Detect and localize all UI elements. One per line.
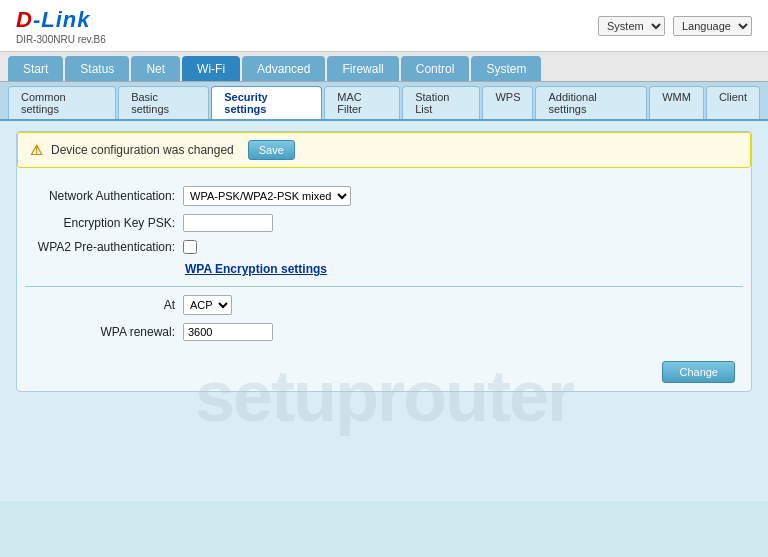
acp-select[interactable]: ACP [183, 295, 232, 315]
subtab-additional[interactable]: Additional settings [535, 86, 647, 119]
subtab-client[interactable]: Client [706, 86, 760, 119]
wpa-encryption-heading[interactable]: WPA Encryption settings [185, 262, 743, 276]
change-button[interactable]: Change [662, 361, 735, 383]
wpa-renewal-label: WPA renewal: [25, 325, 175, 339]
subtab-common[interactable]: Common settings [8, 86, 116, 119]
wpa2-preauth-label: WPA2 Pre-authentication: [25, 240, 175, 254]
tab-wifi[interactable]: Wi-Fi [182, 56, 240, 81]
logo-area: D-Link DIR-300NRU rev.B6 [16, 7, 106, 45]
model-name: DIR-300NRU rev.B6 [16, 34, 106, 45]
tab-advanced[interactable]: Advanced [242, 56, 325, 81]
wpa-renewal-input[interactable] [183, 323, 273, 341]
tab-system[interactable]: System [471, 56, 541, 81]
main-card: ⚠ Device configuration was changed Save … [16, 131, 752, 392]
tab-firewall[interactable]: Firewall [327, 56, 398, 81]
encryption-key-input[interactable] [183, 214, 273, 232]
header-controls: System Language [598, 16, 752, 36]
button-row: Change [17, 353, 751, 391]
network-auth-select[interactable]: WPA-PSK/WPA2-PSK mixed Open Shared WPA W… [183, 186, 351, 206]
tab-start[interactable]: Start [8, 56, 63, 81]
network-auth-label: Network Authentication: [25, 189, 175, 203]
language-select[interactable]: Language [673, 16, 752, 36]
subtab-station-list[interactable]: Station List [402, 86, 480, 119]
tab-net[interactable]: Net [131, 56, 180, 81]
section-divider [25, 286, 743, 287]
subtab-basic[interactable]: Basic settings [118, 86, 209, 119]
header: D-Link DIR-300NRU rev.B6 System Language [0, 0, 768, 52]
subtab-wmm[interactable]: WMM [649, 86, 704, 119]
content-area: ⚠ Device configuration was changed Save … [0, 121, 768, 501]
main-nav: Start Status Net Wi-Fi Advanced Firewall… [0, 52, 768, 82]
dlink-logo: D-Link [16, 7, 106, 33]
encryption-key-label: Encryption Key PSK: [25, 216, 175, 230]
network-auth-row: Network Authentication: WPA-PSK/WPA2-PSK… [25, 186, 743, 206]
save-button[interactable]: Save [248, 140, 295, 160]
tab-control[interactable]: Control [401, 56, 470, 81]
sub-nav: Common settings Basic settings Security … [0, 82, 768, 121]
subtab-security[interactable]: Security settings [211, 86, 322, 119]
form-section: Network Authentication: WPA-PSK/WPA2-PSK… [17, 182, 751, 353]
alert-banner: ⚠ Device configuration was changed Save [17, 132, 751, 168]
alert-message: Device configuration was changed [51, 143, 234, 157]
system-select[interactable]: System [598, 16, 665, 36]
tab-status[interactable]: Status [65, 56, 129, 81]
wpa2-preauth-checkbox[interactable] [183, 240, 197, 254]
wpa2-preauth-row: WPA2 Pre-authentication: [25, 240, 743, 254]
encryption-key-row: Encryption Key PSK: [25, 214, 743, 232]
subtab-wps[interactable]: WPS [482, 86, 533, 119]
at-label: At [25, 298, 175, 312]
subtab-mac-filter[interactable]: MAC Filter [324, 86, 400, 119]
acp-row: At ACP [25, 295, 743, 315]
wpa-renewal-row: WPA renewal: [25, 323, 743, 341]
alert-icon: ⚠ [30, 142, 43, 158]
